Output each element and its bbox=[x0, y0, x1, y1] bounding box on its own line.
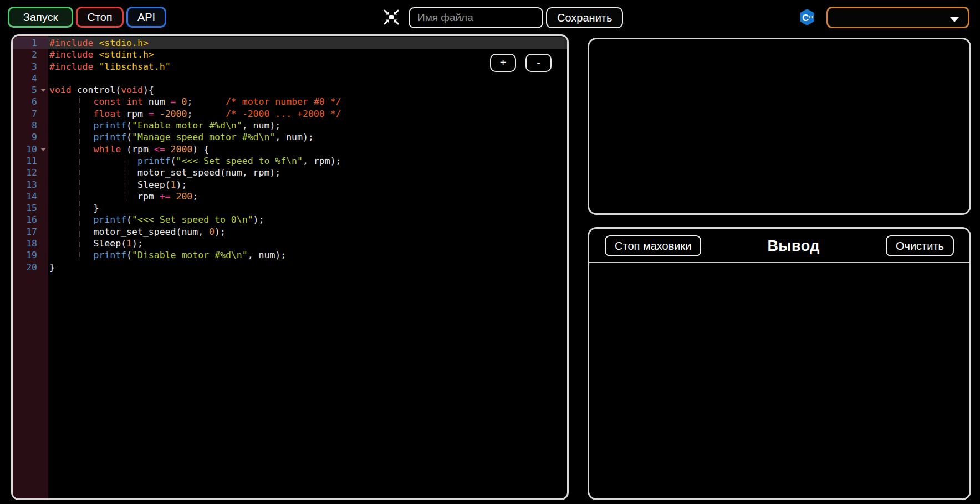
file-select[interactable] bbox=[826, 7, 969, 28]
output-content bbox=[589, 263, 969, 474]
dropdown-caret-icon bbox=[950, 17, 959, 22]
code-line[interactable]: 5void control(void){ bbox=[13, 84, 567, 96]
code-line[interactable]: 12 motor_set_speed(num, rpm); bbox=[13, 167, 567, 178]
code-line[interactable]: 3#include "libschsat.h" bbox=[13, 61, 567, 73]
font-decrease-button[interactable]: - bbox=[525, 54, 552, 72]
line-number: 2 bbox=[13, 49, 48, 60]
code-editor[interactable]: 1#include <stdio.h>2#include <stdint.h>3… bbox=[11, 34, 569, 500]
line-number: 11 bbox=[13, 155, 48, 167]
line-number: 15 bbox=[13, 202, 48, 214]
code-line[interactable]: 20} bbox=[13, 261, 567, 273]
code-line[interactable]: 16 printf("<<< Set speed to 0\n"); bbox=[13, 214, 567, 225]
code-line[interactable]: 17 motor_set_speed(num, 0); bbox=[13, 226, 567, 238]
fold-arrow-icon[interactable] bbox=[40, 89, 46, 92]
line-number: 13 bbox=[13, 179, 48, 191]
output-header: Стоп маховики Вывод Очистить bbox=[589, 229, 969, 263]
cpp-logo: C ++ bbox=[799, 8, 815, 26]
code-line[interactable]: 9 printf("Manage speed motor #%d\n", num… bbox=[13, 131, 567, 143]
line-number: 9 bbox=[13, 131, 48, 143]
output-panel: Стоп маховики Вывод Очистить bbox=[588, 227, 971, 500]
app-window: Запуск Стоп API Сохранить C ++ bbox=[0, 0, 980, 504]
line-number: 16 bbox=[13, 214, 48, 225]
code-line[interactable]: 10 while (rpm <= 2000) { bbox=[13, 143, 567, 155]
code-line[interactable]: 6 const int num = 0; /* motor number #0 … bbox=[13, 96, 567, 107]
line-number: 3 bbox=[13, 61, 48, 73]
output-title: Вывод bbox=[767, 238, 820, 255]
line-number: 6 bbox=[13, 96, 48, 107]
save-button[interactable]: Сохранить bbox=[546, 7, 623, 28]
run-button[interactable]: Запуск bbox=[8, 7, 73, 28]
line-number: 17 bbox=[13, 226, 48, 238]
visualization-panel bbox=[588, 38, 971, 215]
line-number: 20 bbox=[13, 261, 48, 273]
line-number: 18 bbox=[13, 238, 48, 249]
svg-text:++: ++ bbox=[808, 14, 814, 20]
code-line[interactable]: 1#include <stdio.h> bbox=[13, 37, 567, 49]
filename-input[interactable] bbox=[409, 7, 543, 28]
code-rows: 1#include <stdio.h>2#include <stdint.h>3… bbox=[13, 36, 567, 273]
code-line[interactable]: 2#include <stdint.h> bbox=[13, 49, 567, 60]
line-number: 5 bbox=[13, 84, 48, 96]
code-line[interactable]: 8 printf("Enable motor #%d\n", num); bbox=[13, 120, 567, 131]
code-line[interactable]: 7 float rpm = -2000; /* -2000 ... +2000 … bbox=[13, 108, 567, 120]
stop-button[interactable]: Стоп bbox=[76, 7, 124, 28]
stop-flywheels-button[interactable]: Стоп маховики bbox=[605, 235, 701, 256]
clear-output-button[interactable]: Очистить bbox=[886, 235, 954, 256]
api-button[interactable]: API bbox=[126, 7, 166, 28]
code-line[interactable]: 13 Sleep(1); bbox=[13, 179, 567, 191]
font-increase-button[interactable]: + bbox=[490, 54, 516, 72]
line-number: 7 bbox=[13, 108, 48, 120]
line-number: 19 bbox=[13, 249, 48, 261]
line-number: 10 bbox=[13, 143, 48, 155]
line-number: 12 bbox=[13, 167, 48, 178]
line-number: 8 bbox=[13, 120, 48, 131]
line-number: 14 bbox=[13, 191, 48, 202]
code-line[interactable]: 14 rpm += 200; bbox=[13, 191, 567, 202]
line-number: 1 bbox=[13, 37, 48, 49]
code-line[interactable]: 15 } bbox=[13, 202, 567, 214]
code-line[interactable]: 11 printf("<<< Set speed to %f\n", rpm); bbox=[13, 155, 567, 167]
fold-arrow-icon[interactable] bbox=[40, 148, 46, 151]
compress-icon[interactable] bbox=[383, 9, 400, 25]
code-line[interactable]: 18 Sleep(1); bbox=[13, 238, 567, 249]
code-line[interactable]: 19 printf("Disable motor #%d\n", num); bbox=[13, 249, 567, 261]
code-line[interactable]: 4 bbox=[13, 73, 567, 84]
line-number: 4 bbox=[13, 73, 48, 84]
